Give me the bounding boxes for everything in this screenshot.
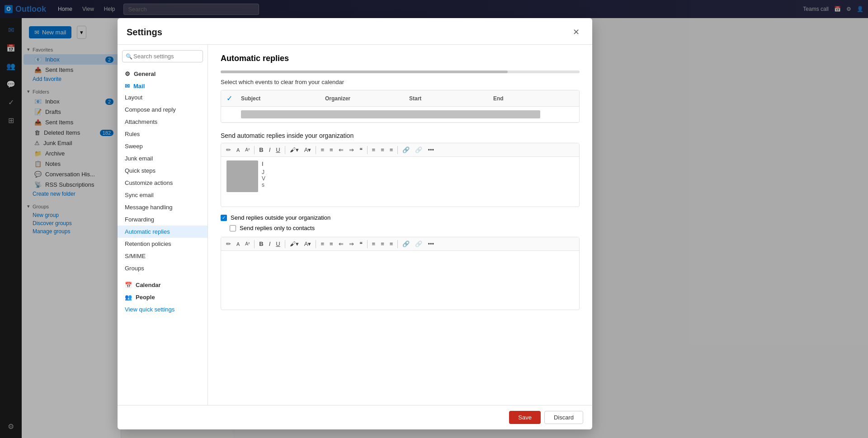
toolbar-more-btn[interactable]: ••• <box>425 145 436 155</box>
discard-button[interactable]: Discard <box>544 411 583 424</box>
toolbar2-highlight-btn[interactable]: 🖌▾ <box>288 239 301 249</box>
toolbar-link-btn[interactable]: 🔗 <box>400 145 412 155</box>
toolbar2-underline-btn[interactable]: U <box>274 239 282 249</box>
toolbar-italic-btn[interactable]: I <box>267 145 273 155</box>
toolbar-bullets-btn[interactable]: ≡ <box>318 145 326 155</box>
editor-area-inside: ✏ A A² B I U 🖌▾ A▾ ≡ ≡ <box>221 143 580 207</box>
settings-nav-layout[interactable]: Layout <box>118 91 208 104</box>
outside-org-checkbox[interactable]: ✓ <box>221 215 227 221</box>
settings-nav-quicksteps[interactable]: Quick steps <box>118 165 208 177</box>
inside-org-label: Send automatic replies inside your organ… <box>221 132 580 139</box>
toolbar2-italic-btn[interactable]: I <box>267 239 273 249</box>
save-button[interactable]: Save <box>509 411 541 424</box>
editor-avatar-image <box>226 160 258 192</box>
settings-close-button[interactable]: ✕ <box>569 25 583 39</box>
settings-nav-retention[interactable]: Retention policies <box>118 238 208 250</box>
toolbar-fontcolor-btn[interactable]: A▾ <box>302 145 314 155</box>
toolbar2-align-right[interactable]: ≡ <box>387 239 396 249</box>
toolbar2-super-btn[interactable]: A² <box>243 240 252 248</box>
settings-title: Settings <box>127 27 162 38</box>
toolbar2-align-center[interactable]: ≡ <box>378 239 387 249</box>
settings-nav-calendar[interactable]: 📅 Calendar <box>118 278 208 290</box>
rules-label: Rules <box>125 131 140 137</box>
toolbar-underline-btn[interactable]: U <box>274 145 282 155</box>
settings-nav-smime[interactable]: S/MIME <box>118 250 208 262</box>
toolbar-indent-btn[interactable]: ⇒ <box>347 145 356 155</box>
only-contacts-checkbox[interactable] <box>230 225 236 231</box>
sync-label: Sync email <box>125 192 154 198</box>
calendar-events-label: Select which events to clear from your c… <box>221 79 580 85</box>
editor-line1: I <box>262 160 265 167</box>
calendar-nav-label: Calendar <box>136 282 161 288</box>
separator3 <box>316 146 316 154</box>
toolbar2-indent-btn[interactable]: ⇒ <box>347 239 356 249</box>
settings-nav-compose[interactable]: Compose and reply <box>118 104 208 116</box>
editor-content-inside: I J V s <box>226 160 574 192</box>
toolbar-unlink-btn[interactable]: 🔗 <box>413 145 425 155</box>
events-table: ✓ Subject Organizer Start End <box>221 90 580 123</box>
settings-nav-forwarding[interactable]: Forwarding <box>118 213 208 226</box>
only-contacts-checkbox-row[interactable]: Send replies only to contacts <box>230 225 580 231</box>
view-quick-settings-link[interactable]: View quick settings <box>125 306 175 313</box>
editor-body-outside[interactable] <box>221 251 579 310</box>
row-placeholder-bar <box>241 110 540 118</box>
sweep-label: Sweep <box>125 143 143 150</box>
settings-nav-sync[interactable]: Sync email <box>118 189 208 201</box>
editor-toolbar-outside: ✏ A A² B I U 🖌▾ A▾ ≡ ≡ ⇐ ⇒ <box>221 237 579 251</box>
toolbar-bold-btn[interactable]: B <box>257 145 265 155</box>
toolbar2-numbering-btn[interactable]: ≡ <box>327 239 335 249</box>
inside-org-section: Send automatic replies inside your organ… <box>221 132 580 207</box>
settings-search-input[interactable] <box>122 50 203 62</box>
toolbar2-more-btn[interactable]: ••• <box>425 239 436 249</box>
toolbar2-font-btn[interactable]: A <box>234 240 242 248</box>
groups-nav-label: Groups <box>125 265 144 272</box>
toolbar-align-left[interactable]: ≡ <box>370 145 378 155</box>
settings-nav-attachments[interactable]: Attachments <box>118 116 208 128</box>
toolbar2-fontcolor-btn[interactable]: A▾ <box>302 239 314 249</box>
toolbar-numbering-btn[interactable]: ≡ <box>327 145 335 155</box>
separator2 <box>285 146 285 154</box>
toolbar-highlight-btn[interactable]: 🖌▾ <box>288 145 301 155</box>
toolbar2-unlink-btn[interactable]: 🔗 <box>413 239 425 249</box>
toolbar-align-right[interactable]: ≡ <box>387 145 396 155</box>
table-col-organizer: Organizer <box>325 95 406 102</box>
toolbar2-link-btn[interactable]: 🔗 <box>400 239 412 249</box>
toolbar2-align-left[interactable]: ≡ <box>370 239 378 249</box>
toolbar-quote-btn[interactable]: ❝ <box>357 145 365 155</box>
toolbar2-outdent-btn[interactable]: ⇐ <box>336 239 346 249</box>
toolbar-superscript-btn[interactable]: A² <box>243 146 252 154</box>
toolbar-outdent-btn[interactable]: ⇐ <box>336 145 346 155</box>
retention-label: Retention policies <box>125 240 171 247</box>
settings-nav-msghandling[interactable]: Message handling <box>118 201 208 213</box>
settings-nav-people[interactable]: 👥 People <box>118 290 208 302</box>
settings-nav-general[interactable]: ⚙ General <box>118 67 208 79</box>
calendar-events-section: Select which events to clear from your c… <box>221 79 580 123</box>
view-quick-settings[interactable]: View quick settings <box>118 302 208 316</box>
settings-nav-autoreply[interactable]: Automatic replies <box>118 226 208 238</box>
toolbar2-format-btn[interactable]: ✏ <box>224 239 233 249</box>
autoreply-content-title: Automatic replies <box>221 54 580 63</box>
toolbar-font-size-btn[interactable]: A <box>234 146 242 154</box>
toolbar2-bold-btn[interactable]: B <box>257 239 265 249</box>
toolbar2-quote-btn[interactable]: ❝ <box>357 239 365 249</box>
settings-content: Automatic replies Select which events to… <box>208 45 592 405</box>
compose-label: Compose and reply <box>125 106 176 113</box>
settings-nav-junk[interactable]: Junk email <box>118 152 208 165</box>
settings-body: 🔍 ⚙ General ✉ Mail Layout Compose and re <box>118 45 592 405</box>
general-icon: ⚙ <box>125 71 130 77</box>
settings-nav-mail[interactable]: ✉ Mail <box>118 79 208 91</box>
toolbar2-bullets-btn[interactable]: ≡ <box>318 239 326 249</box>
toolbar-align-center[interactable]: ≡ <box>378 145 387 155</box>
sep2-5 <box>397 240 398 248</box>
toolbar-format-btn[interactable]: ✏ <box>224 145 233 155</box>
mail-nav-label: Mail <box>133 83 145 89</box>
settings-nav-sweep[interactable]: Sweep <box>118 140 208 152</box>
outside-org-checkbox-row[interactable]: ✓ Send replies outside your organization <box>221 214 580 221</box>
settings-nav-groups[interactable]: Groups <box>118 262 208 274</box>
search-icon: 🔍 <box>126 53 132 60</box>
separator5 <box>397 146 398 154</box>
editor-body-inside[interactable]: I J V s <box>221 157 579 207</box>
settings-nav-rules[interactable]: Rules <box>118 128 208 140</box>
editor-text-content: I J V s <box>262 160 265 192</box>
settings-nav-customize[interactable]: Customize actions <box>118 177 208 189</box>
